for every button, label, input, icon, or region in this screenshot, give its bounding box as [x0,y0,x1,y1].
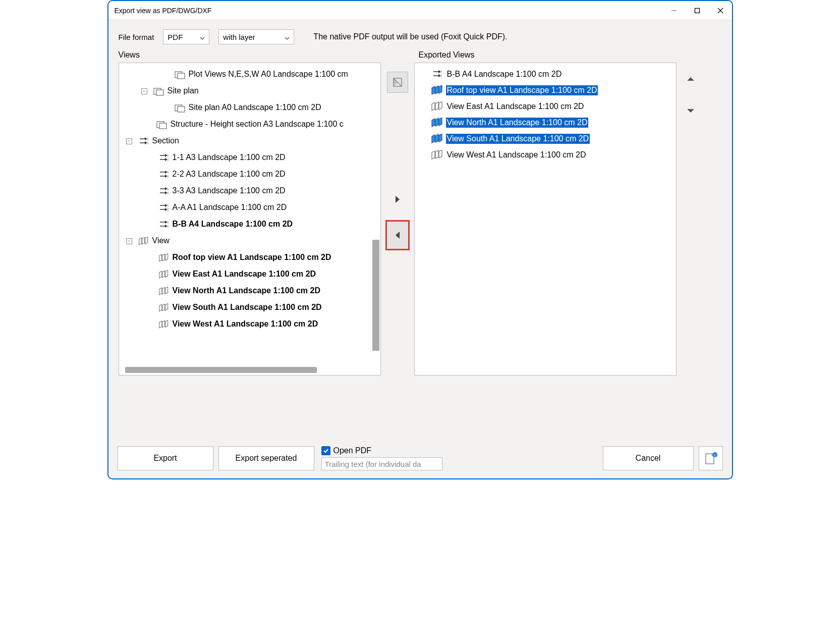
bottom-buttons: Export Export seperated Open PDF Trailin… [108,439,732,478]
info-button[interactable]: i [699,446,723,470]
reorder-column [681,63,701,251]
exported-item[interactable]: View West A1 Landscape 1:100 cm 2D [417,147,674,163]
tree-row[interactable]: 1-1 A3 Landscape 1:100 cm 2D [119,149,380,166]
minimize-button[interactable] [662,3,686,19]
svg-rect-9 [178,106,185,112]
svg-text:i: i [714,453,715,457]
titlebar: Export view as PDF/DWG/DXF [108,1,732,20]
tree-item-label: 2-2 A3 Landscape 1:100 cm 2D [173,167,286,182]
maximize-button[interactable] [686,3,709,19]
tree-item-label: Roof top view A1 Landscape 1:100 cm 2D [173,250,331,265]
move-down-button[interactable] [685,105,697,117]
tree-row[interactable]: View North A1 Landscape 1:100 cm 2D [119,283,380,299]
tree-row[interactable]: −View [119,233,380,249]
file-format-label: File format [119,33,154,41]
export-button[interactable]: Export [118,446,213,470]
tree-row[interactable]: Structure - Height section A3 Landscape … [119,116,380,133]
tree-item-label: Structure - Height section A3 Landscape … [171,117,344,132]
tree-row[interactable]: −Section [119,133,380,149]
view-icon [158,286,170,296]
page-icon [156,120,167,129]
section-icon [158,170,170,179]
view-icon [138,236,149,246]
tree-row[interactable]: 2-2 A3 Landscape 1:100 cm 2D [119,166,380,183]
file-format-value: PDF [167,33,183,41]
transfer-buttons-column [385,63,410,251]
close-button[interactable] [709,3,732,19]
column-labels: Views Exported Views [108,48,732,63]
exported-item-label: View South A1 Landscape 1:100 cm 2D [446,134,590,144]
view-blue-icon [431,85,444,95]
exported-item-label: View West A1 Landscape 1:100 cm 2D [446,150,587,160]
page-icon [175,70,186,79]
open-pdf-group: Open PDF Trailing text (for individual d… [321,446,442,470]
section-icon [431,70,444,79]
tree-item-label: B-B A4 Landscape 1:100 cm 2D [173,217,293,232]
tree-row[interactable]: View West A1 Landscape 1:100 cm 2D [119,316,380,333]
svg-rect-11 [159,123,166,129]
options-row: File format PDF with layer The native PD… [108,20,732,48]
tree-item-label: View West A1 Landscape 1:100 cm 2D [173,316,318,332]
view-icon [431,101,444,112]
page-icon [153,87,164,96]
window-title: Export view as PDF/DWG/DXF [115,7,662,15]
export-separated-button[interactable]: Export seperated [218,446,314,470]
exported-item[interactable]: View North A1 Landscape 1:100 cm 2D [417,115,674,131]
tree-row[interactable]: Plot Views N,E,S,W A0 Landscape 1:100 cm [119,66,380,83]
tree-item-label: Section [152,133,179,148]
tree-row[interactable]: −Site plan [119,83,380,99]
exported-item[interactable]: B-B A4 Landscape 1:100 cm 2D [417,66,674,82]
remove-from-exported-button[interactable] [385,220,410,250]
tree-item-label: 1-1 A3 Landscape 1:100 cm 2D [173,150,286,165]
move-up-button[interactable] [685,73,697,85]
trailing-text-input[interactable]: Trailing text (for individual da [321,457,442,470]
file-format-select[interactable]: PDF [163,29,209,44]
section-icon [158,153,170,163]
view-icon [158,319,170,330]
section-icon [158,203,170,212]
view-icon [158,270,170,280]
tree-item-label: Site plan [167,83,199,98]
section-icon [158,220,170,229]
svg-rect-7 [156,90,163,95]
section-icon [138,137,149,146]
tree-item-label: 3-3 A3 Landscape 1:100 cm 2D [173,183,286,198]
tree-row[interactable]: Roof top view A1 Landscape 1:100 cm 2D [119,249,380,266]
tree-row[interactable]: View East A1 Landscape 1:100 cm 2D [119,266,380,283]
tree-row[interactable]: Site plan A0 Landscape 1:100 cm 2D [119,99,380,116]
exported-item[interactable]: Roof top view A1 Landscape 1:100 cm 2D [417,82,674,98]
tree-row[interactable]: A-A A1 Landscape 1:100 cm 2D [119,199,380,216]
middle-panels: Plot Views N,E,S,W A0 Landscape 1:100 cm… [108,63,732,251]
tree-item-label: Plot Views N,E,S,W A0 Landscape 1:100 cm [189,67,348,82]
image-mode-button[interactable] [387,72,408,93]
tree-toggle[interactable]: − [126,138,132,144]
exported-item[interactable]: View South A1 Landscape 1:100 cm 2D [417,131,674,147]
view-blue-icon [431,118,444,128]
cancel-button[interactable]: Cancel [603,446,694,470]
tree-row[interactable]: View South A1 Landscape 1:100 cm 2D [119,299,380,316]
section-icon [158,187,170,196]
tree-scroll[interactable]: Plot Views N,E,S,W A0 Landscape 1:100 cm… [119,63,380,375]
exported-item-label: View North A1 Landscape 1:100 cm 2D [446,118,589,128]
exported-item-label: B-B A4 Landscape 1:100 cm 2D [446,69,563,79]
open-pdf-label: Open PDF [333,446,372,455]
tree-toggle[interactable]: − [141,88,147,94]
exported-views-panel: B-B A4 Landscape 1:100 cm 2DRoof top vie… [414,63,677,375]
view-icon [431,150,444,160]
tree-toggle[interactable]: − [126,238,132,244]
horizontal-scrollbar[interactable] [125,367,317,373]
tree-row[interactable]: B-B A4 Landscape 1:100 cm 2D [119,216,380,233]
exported-item-label: View East A1 Landscape 1:100 cm 2D [446,101,585,112]
open-pdf-checkbox[interactable] [321,446,330,455]
tree-row[interactable]: 3-3 A3 Landscape 1:100 cm 2D [119,183,380,199]
view-blue-icon [431,134,444,144]
tree-item-label: View East A1 Landscape 1:100 cm 2D [173,266,316,282]
vertical-scrollbar[interactable] [372,240,379,351]
exported-views-label: Exported Views [419,50,475,60]
chevron-down-icon [200,33,205,41]
add-to-exported-button[interactable] [387,189,408,210]
layer-select[interactable]: with layer [218,29,294,44]
svg-rect-5 [178,73,185,79]
svg-rect-1 [695,8,699,13]
exported-item[interactable]: View East A1 Landscape 1:100 cm 2D [417,98,674,115]
